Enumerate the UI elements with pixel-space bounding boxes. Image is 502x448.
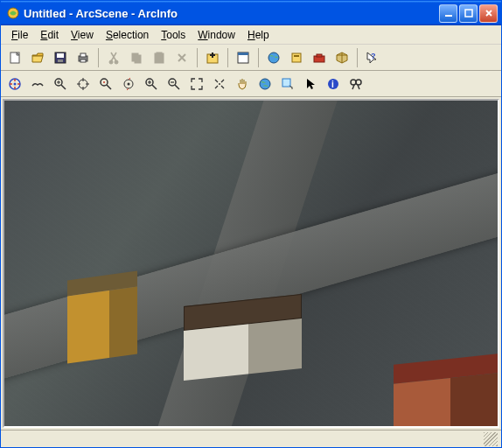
paste-icon xyxy=(149,47,170,68)
delete-icon xyxy=(171,47,192,68)
svg-rect-21 xyxy=(294,55,299,57)
svg-point-32 xyxy=(128,82,130,85)
svg-rect-37 xyxy=(282,79,290,87)
full-extent-icon[interactable] xyxy=(186,74,207,94)
svg-rect-1 xyxy=(445,15,452,17)
menu-tools[interactable]: Tools xyxy=(156,27,191,43)
svg-rect-12 xyxy=(132,53,138,61)
zoom-in-icon[interactable] xyxy=(141,74,162,94)
building-3 xyxy=(394,353,499,428)
separator xyxy=(258,48,259,67)
pointer-icon[interactable] xyxy=(300,74,321,94)
svg-rect-13 xyxy=(135,55,141,63)
svg-point-41 xyxy=(356,80,361,85)
zoom-out-icon[interactable] xyxy=(164,74,185,94)
fly-icon[interactable] xyxy=(27,74,48,94)
expand-fov-icon[interactable] xyxy=(209,74,230,94)
svg-rect-6 xyxy=(58,60,63,62)
resize-grip[interactable] xyxy=(484,432,498,446)
application-window: Untitled - ArcScene - ArcInfo File Edit … xyxy=(0,0,502,448)
globe-layer-icon[interactable] xyxy=(263,47,284,68)
new-icon[interactable] xyxy=(4,47,25,68)
standard-toolbar: ? xyxy=(1,45,501,71)
menu-view[interactable]: View xyxy=(66,27,99,43)
find-icon[interactable] xyxy=(345,74,366,94)
separator xyxy=(357,48,358,67)
toolbox-icon[interactable] xyxy=(309,47,330,68)
select-features-icon[interactable] xyxy=(277,74,298,94)
svg-rect-18 xyxy=(238,52,248,55)
svg-point-11 xyxy=(115,60,118,64)
scene-properties-icon[interactable] xyxy=(233,47,254,68)
separator xyxy=(98,48,99,67)
nav-toolbar: i xyxy=(1,71,501,97)
terrain-imagery xyxy=(4,101,498,426)
svg-rect-2 xyxy=(465,10,472,17)
statusbar xyxy=(1,430,501,447)
svg-point-19 xyxy=(268,52,279,63)
building-2 xyxy=(184,294,302,381)
menubar: File Edit View Selection Tools Window He… xyxy=(1,25,501,45)
menu-edit[interactable]: Edit xyxy=(35,27,64,43)
close-button[interactable] xyxy=(479,4,498,23)
svg-rect-9 xyxy=(80,60,86,62)
minimize-button[interactable] xyxy=(439,4,457,23)
menu-selection[interactable]: Selection xyxy=(101,27,154,43)
menu-file[interactable]: File xyxy=(6,27,33,43)
identify-icon[interactable]: i xyxy=(323,74,344,94)
cut-icon xyxy=(103,47,124,68)
window-title: Untitled - ArcScene - ArcInfo xyxy=(24,7,439,20)
set-observer-icon[interactable] xyxy=(118,74,139,94)
navigate-icon[interactable] xyxy=(4,74,25,94)
app-icon xyxy=(6,6,20,20)
titlebar: Untitled - ArcScene - ArcInfo xyxy=(1,1,501,25)
separator xyxy=(197,48,198,67)
menu-window[interactable]: Window xyxy=(192,27,241,43)
svg-rect-14 xyxy=(155,53,164,63)
svg-point-10 xyxy=(109,60,113,64)
svg-rect-5 xyxy=(57,53,64,58)
scene-viewport[interactable] xyxy=(3,99,499,428)
svg-point-40 xyxy=(351,80,356,85)
svg-rect-15 xyxy=(157,52,162,55)
whats-this-icon[interactable]: ? xyxy=(362,47,383,68)
maximize-button[interactable] xyxy=(459,4,478,23)
svg-point-36 xyxy=(260,79,270,89)
catalog-icon[interactable] xyxy=(286,47,307,68)
svg-rect-20 xyxy=(292,53,301,62)
globe-view-icon[interactable] xyxy=(254,74,275,94)
menu-help[interactable]: Help xyxy=(242,27,275,43)
building-1 xyxy=(67,270,137,363)
svg-text:?: ? xyxy=(371,52,376,60)
print-icon[interactable] xyxy=(73,47,94,68)
pan-icon[interactable] xyxy=(232,74,253,94)
svg-text:i: i xyxy=(331,80,334,89)
copy-icon xyxy=(126,47,147,68)
open-icon[interactable] xyxy=(27,47,48,68)
window-buttons xyxy=(439,4,498,23)
svg-point-30 xyxy=(103,81,105,83)
model-icon[interactable] xyxy=(331,47,352,68)
add-data-icon[interactable] xyxy=(202,47,223,68)
svg-rect-23 xyxy=(317,54,322,57)
zoom-target-icon[interactable] xyxy=(95,74,116,94)
save-icon[interactable] xyxy=(50,47,71,68)
svg-rect-8 xyxy=(80,53,86,57)
svg-point-26 xyxy=(14,82,17,85)
separator xyxy=(227,48,228,67)
center-target-icon[interactable] xyxy=(73,74,94,94)
zoom-in-out-icon[interactable] xyxy=(50,74,71,94)
svg-point-35 xyxy=(219,83,220,85)
